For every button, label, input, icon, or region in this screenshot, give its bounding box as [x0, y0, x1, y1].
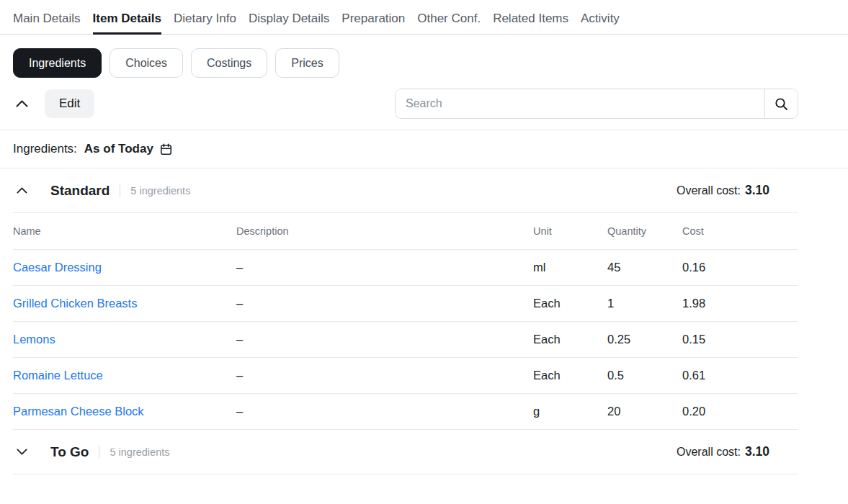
description-cell: – [236, 333, 533, 346]
table-row: Parmesan Cheese Block – g 20 0.20 [13, 394, 798, 430]
unit-cell: g [533, 405, 607, 418]
quantity-cell: 0.25 [607, 333, 682, 346]
as-of-date-picker[interactable]: As of Today [84, 142, 173, 156]
calendar-icon [159, 143, 173, 156]
quantity-cell: 0.5 [607, 369, 682, 382]
cost-cell: 0.16 [682, 261, 798, 274]
collapse-all-button[interactable] [13, 95, 30, 112]
tab-display-details[interactable]: Display Details [249, 12, 329, 35]
divider [99, 446, 99, 459]
section-header-to-go: To Go 5 ingredients Overall cost: 3.10 [0, 430, 848, 474]
table-row: Caesar Dressing – ml 45 0.16 [13, 250, 798, 286]
col-header-cost: Cost [682, 225, 798, 237]
quantity-cell: 1 [607, 297, 682, 310]
unit-cell: Each [533, 333, 607, 346]
search-input[interactable] [396, 89, 764, 118]
as-of-label: Ingredients: [13, 142, 77, 156]
overall-cost: Overall cost: 3.10 [677, 444, 769, 459]
cost-cell: 1.98 [682, 297, 798, 310]
edit-button[interactable]: Edit [45, 89, 94, 118]
description-cell: – [236, 297, 533, 310]
ingredient-name-cell: Romaine Lettuce [13, 369, 236, 382]
search-icon [775, 97, 788, 111]
ingredient-link[interactable]: Caesar Dressing [13, 261, 102, 274]
divider [13, 474, 798, 474]
pill-ingredients[interactable]: Ingredients [13, 48, 102, 78]
search-button[interactable] [764, 89, 798, 118]
top-tab-bar: Main Details Item Details Dietary Info D… [0, 0, 848, 35]
section-title: Standard [50, 183, 110, 199]
tab-dietary-info[interactable]: Dietary Info [174, 12, 236, 35]
tab-activity[interactable]: Activity [581, 12, 620, 35]
col-header-unit: Unit [533, 225, 607, 237]
pill-prices[interactable]: Prices [275, 48, 339, 78]
subtab-pills: Ingredients Choices Costings Prices [0, 35, 848, 78]
search-box [395, 89, 798, 119]
chevron-up-icon [17, 187, 27, 194]
ingredients-toolbar: Edit [0, 78, 848, 130]
ingredient-link[interactable]: Romaine Lettuce [13, 369, 103, 382]
col-header-quantity: Quantity [607, 225, 682, 237]
ingredient-name-cell: Parmesan Cheese Block [13, 405, 236, 418]
description-cell: – [236, 405, 533, 418]
overall-cost-label: Overall cost: [677, 446, 741, 459]
tab-related-items[interactable]: Related Items [493, 12, 568, 35]
cost-cell: 0.61 [682, 369, 798, 382]
description-cell: – [236, 369, 533, 382]
cost-cell: 0.20 [682, 405, 798, 418]
unit-cell: Each [533, 369, 607, 382]
description-cell: – [236, 261, 533, 274]
collapse-section-button[interactable] [13, 182, 30, 199]
ingredient-count: 5 ingredients [110, 446, 169, 458]
unit-cell: Each [533, 297, 607, 310]
table-row: Romaine Lettuce – Each 0.5 0.61 [13, 358, 798, 394]
tab-item-details[interactable]: Item Details [93, 12, 161, 35]
ingredient-name-cell: Lemons [13, 333, 236, 346]
section-header-standard: Standard 5 ingredients Overall cost: 3.1… [0, 168, 848, 212]
quantity-cell: 45 [607, 261, 682, 274]
chevron-up-icon [16, 100, 28, 107]
divider [120, 184, 120, 197]
overall-cost-value: 3.10 [745, 444, 769, 459]
as-of-row: Ingredients: As of Today [0, 130, 848, 168]
quantity-cell: 20 [607, 405, 682, 418]
unit-cell: ml [533, 261, 607, 274]
ingredient-link[interactable]: Lemons [13, 333, 55, 346]
tab-other-conf[interactable]: Other Conf. [417, 12, 481, 35]
ingredient-link[interactable]: Grilled Chicken Breasts [13, 297, 137, 310]
col-header-name: Name [13, 225, 236, 237]
tab-main-details[interactable]: Main Details [13, 12, 81, 35]
ingredient-name-cell: Caesar Dressing [13, 261, 236, 274]
table-header-row: Name Description Unit Quantity Cost [13, 212, 798, 250]
table-row: Grilled Chicken Breasts – Each 1 1.98 [13, 286, 798, 322]
pill-choices[interactable]: Choices [110, 48, 183, 78]
overall-cost-label: Overall cost: [677, 184, 741, 197]
ingredient-name-cell: Grilled Chicken Breasts [13, 297, 236, 310]
section-title: To Go [50, 444, 89, 460]
overall-cost-value: 3.10 [745, 183, 769, 198]
overall-cost: Overall cost: 3.10 [677, 183, 769, 198]
ingredients-table: Name Description Unit Quantity Cost Caes… [13, 212, 798, 430]
tab-preparation[interactable]: Preparation [342, 12, 405, 35]
ingredient-count: 5 ingredients [130, 185, 190, 197]
expand-section-button[interactable] [13, 444, 30, 461]
cost-cell: 0.15 [682, 333, 798, 346]
ingredient-link[interactable]: Parmesan Cheese Block [13, 405, 144, 418]
chevron-down-icon [17, 449, 27, 455]
pill-costings[interactable]: Costings [191, 48, 267, 78]
col-header-description: Description [236, 225, 533, 237]
as-of-value: As of Today [84, 142, 153, 156]
table-row: Lemons – Each 0.25 0.15 [13, 322, 798, 358]
